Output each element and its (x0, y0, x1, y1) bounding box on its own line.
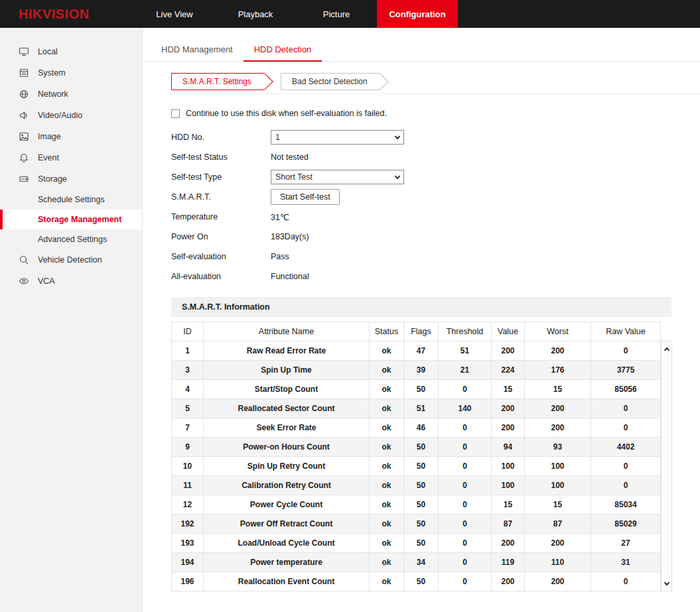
table-cell: 87 (492, 515, 525, 534)
sidebar-item-network[interactable]: Network (0, 84, 142, 105)
table-cell: 0 (439, 438, 492, 457)
table-cell: 192 (172, 515, 204, 534)
subtab-bad-sector-detection[interactable]: Bad Sector Detection (281, 73, 380, 90)
table-cell: 0 (591, 476, 661, 495)
table-cell: 193 (172, 534, 204, 553)
subtab-s-m-a-r-t-settings[interactable]: S.M.A.R.T. Settings (171, 73, 265, 90)
table-cell: 194 (172, 553, 204, 572)
main-content: HDD ManagementHDD Detection S.M.A.R.T. S… (143, 28, 700, 612)
table-cell: ok (370, 380, 404, 399)
table-row: 5Reallocated Sector Countok511402002000 (172, 399, 661, 418)
table-cell: Raw Read Error Rate (204, 341, 370, 361)
chevron-up-icon (664, 347, 669, 352)
tab-bar: HDD ManagementHDD Detection (143, 28, 700, 62)
chevron-down-icon (391, 176, 403, 178)
sidebar-item-advanced-settings[interactable]: Advanced Settings (0, 229, 142, 249)
sidebar-item-image[interactable]: Image (0, 126, 142, 147)
table-cell: 0 (439, 534, 492, 553)
table-cell: 0 (591, 418, 661, 438)
table-cell: 46 (404, 418, 439, 438)
table-cell: Load/Unload Cycle Count (204, 534, 370, 553)
column-header-flags: Flags (404, 322, 439, 341)
sidebar-item-storage[interactable]: Storage (0, 168, 142, 190)
table-cell: 0 (591, 457, 661, 476)
scroll-down-button[interactable] (662, 576, 671, 591)
tab-hdd-detection[interactable]: HDD Detection (244, 38, 322, 62)
table-cell: 110 (525, 553, 591, 572)
table-cell: 3775 (591, 361, 661, 380)
table-cell: 50 (404, 438, 439, 457)
body-columns: LocalSystemNetworkVideo/AudioImageEventS… (0, 28, 700, 612)
topnav-live-view[interactable]: Live View (134, 0, 215, 28)
table-cell: 200 (492, 418, 525, 438)
field-label: HDD No. (171, 133, 271, 142)
table-cell: 200 (525, 399, 591, 418)
table-cell: 196 (172, 572, 204, 591)
table-row: 194Power temperatureok34011911031 (172, 553, 661, 572)
tab-hdd-management[interactable]: HDD Management (151, 38, 244, 60)
table-row: 10Spin Up Retry Countok5001001000 (172, 457, 661, 476)
hdd-no-select[interactable]: 1 (271, 130, 404, 145)
table-cell: 15 (525, 380, 591, 399)
topnav-picture[interactable]: Picture (296, 0, 377, 28)
table-cell: 85029 (591, 515, 661, 534)
field-label: Temperature (171, 212, 271, 221)
table-cell: 9 (172, 438, 204, 457)
table-cell: ok (370, 418, 404, 438)
storage-icon (19, 174, 29, 184)
smart-info-section: S.M.A.R.T. Information IDAttribute NameS… (171, 297, 671, 591)
table-cell: Power Cycle Count (204, 495, 370, 515)
table-cell: 0 (439, 476, 492, 495)
topnav-playback[interactable]: Playback (215, 0, 296, 28)
monitor-icon (19, 46, 29, 57)
table-row: 12Power Cycle Countok500151585034 (172, 495, 661, 515)
sidebar-item-storage-management[interactable]: Storage Management (0, 210, 142, 229)
table-cell: 21 (439, 361, 492, 380)
sidebar-item-label: Network (38, 90, 68, 99)
table-cell: 200 (492, 534, 525, 553)
scroll-up-button[interactable] (662, 341, 671, 356)
field-label: Self-test Status (171, 153, 271, 162)
sidebar-item-vca[interactable]: VCA (0, 271, 142, 292)
column-header-value: Value (492, 322, 525, 341)
table-cell: 11 (172, 476, 204, 495)
table-cell: 87 (525, 515, 591, 534)
table-cell: ok (370, 361, 404, 380)
network-icon (19, 89, 29, 99)
sidebar-item-label: Image (38, 132, 61, 141)
table-cell: 0 (591, 399, 661, 418)
continue-checkbox-row[interactable]: Continue to use this disk when self-eval… (171, 109, 700, 118)
sidebar-item-schedule-settings[interactable]: Schedule Settings (0, 190, 142, 210)
continue-checkbox[interactable] (171, 109, 180, 118)
table-cell: ok (370, 534, 404, 553)
table-cell: ok (370, 457, 404, 476)
table-cell: 50 (404, 515, 439, 534)
self-test-type-select[interactable]: Short Test (271, 170, 404, 184)
table-cell: 100 (525, 476, 591, 495)
sidebar-item-system[interactable]: System (0, 62, 142, 84)
table-cell: 85034 (591, 495, 661, 515)
topnav-configuration[interactable]: Configuration (377, 0, 458, 28)
table-row: 4Start/Stop Countok500151585056 (172, 380, 661, 399)
table-cell: 0 (439, 380, 492, 399)
sidebar-item-vehicle-detection[interactable]: Vehicle Detection (0, 249, 142, 271)
table-scrollbar[interactable] (661, 341, 672, 591)
table-cell: 200 (492, 572, 525, 591)
table-cell: 47 (404, 341, 439, 361)
vca-icon (19, 276, 29, 286)
sidebar-item-local[interactable]: Local (0, 41, 142, 62)
table-row: 1Raw Read Error Rateok47512002000 (172, 341, 661, 361)
event-icon (19, 153, 29, 163)
sidebar-item-label: Event (38, 153, 59, 162)
start-self-test-button[interactable]: Start Self-test (271, 189, 340, 205)
sidebar-item-video-audio[interactable]: Video/Audio (0, 105, 142, 126)
smart-info-title: S.M.A.R.T. Information (171, 297, 671, 317)
sidebar-item-event[interactable]: Event (0, 147, 142, 168)
table-cell: 51 (439, 341, 492, 361)
sidebar-item-label: System (38, 68, 66, 78)
table-cell: 0 (591, 341, 661, 361)
top-bar: HIKVISION Live ViewPlaybackPictureConfig… (0, 0, 700, 28)
table-cell: 94 (492, 438, 525, 457)
smart-table: IDAttribute NameStatusFlagsThresholdValu… (171, 322, 661, 591)
column-header-worst: Worst (525, 322, 591, 341)
